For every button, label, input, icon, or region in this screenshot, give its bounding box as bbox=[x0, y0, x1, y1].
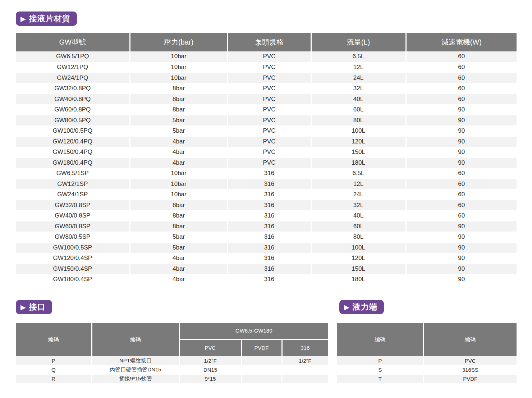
table-cell: GW32/0.8PQ bbox=[16, 83, 130, 94]
table-cell: 24L bbox=[311, 189, 406, 200]
table-cell: P bbox=[337, 356, 423, 365]
table-cell: 316 bbox=[228, 168, 311, 179]
table-row: GW12/1PQ10barPVC12L60 bbox=[16, 62, 517, 73]
table-row: GW80/0.5SP5bar31680L90 bbox=[16, 232, 517, 243]
table-cell: 80L bbox=[311, 115, 406, 126]
table-cell: GW120/0.4PQ bbox=[16, 136, 130, 147]
section-badge-wetted-material: ▶ 接液片材質 bbox=[16, 12, 77, 26]
table-cell: 60 bbox=[406, 83, 517, 94]
table-cell: 10bar bbox=[130, 179, 228, 189]
table-cell: PVC bbox=[423, 356, 517, 365]
table-row: GW100/0.5PQ5barPVC100L90 bbox=[16, 126, 517, 137]
table-cell: PVDF bbox=[423, 374, 517, 383]
table-cell: 5bar bbox=[130, 126, 228, 137]
section-badge-interface: ▶ 接口 bbox=[16, 300, 52, 314]
table-cell: 60 bbox=[406, 189, 517, 200]
table-cell: 316 bbox=[228, 179, 311, 189]
table-cell: GW180/0.4SP bbox=[16, 274, 130, 285]
table-cell: 90 bbox=[406, 264, 517, 274]
table-cell: PVC bbox=[228, 126, 311, 137]
table-cell: PVC bbox=[228, 157, 311, 168]
table-cell: 120L bbox=[311, 136, 406, 147]
table-row: GW150/0.4PQ4barPVC150L90 bbox=[16, 147, 517, 158]
column-group-header-range: GW6.5-GW180 bbox=[179, 323, 328, 339]
table-cell: 8bar bbox=[130, 221, 228, 232]
table-cell: 10bar bbox=[130, 168, 228, 179]
table-cell: 8bar bbox=[130, 83, 228, 94]
page: ▶ 接液片材質 GW型號 壓力(bar) 泵頭規格 流量(L) 減速電機(W) … bbox=[0, 0, 532, 398]
table-cell: 1/2"F bbox=[282, 356, 328, 365]
table-cell: 6.5L bbox=[311, 168, 406, 179]
table-cell: 316 bbox=[228, 264, 311, 274]
table-cell: 90 bbox=[406, 232, 517, 243]
column-header-flow: 流量(L) bbox=[311, 33, 406, 51]
section-badge-label: 接液片材質 bbox=[29, 13, 70, 24]
table-cell: 60 bbox=[406, 200, 517, 211]
table-cell: 插接9*15軟管 bbox=[92, 374, 179, 383]
table-cell: GW24/1PQ bbox=[16, 73, 130, 83]
section-badge-label: 接口 bbox=[29, 302, 46, 312]
table-row: PPVC bbox=[337, 356, 517, 365]
table-cell: GW180/0.4PQ bbox=[16, 157, 130, 168]
column-header-material: 編碼 bbox=[423, 323, 517, 356]
section-badge-hydraulic-end: ▶ 液力端 bbox=[339, 300, 384, 314]
table-cell: 316 bbox=[228, 274, 311, 285]
table-cell: 40L bbox=[311, 211, 406, 221]
table-cell: 24L bbox=[311, 73, 406, 83]
table-cell: 8bar bbox=[130, 211, 228, 221]
table-cell: 40L bbox=[311, 94, 406, 105]
table-cell: 32L bbox=[311, 200, 406, 211]
table-header-row: 編碼 編碼 GW6.5-GW180 bbox=[16, 323, 328, 339]
column-header-pressure: 壓力(bar) bbox=[130, 33, 228, 51]
table-cell: 4bar bbox=[130, 264, 228, 274]
table-cell: GW6.5/1PQ bbox=[16, 51, 130, 62]
table-cell: 150L bbox=[311, 264, 406, 274]
table-cell: PVC bbox=[228, 73, 311, 83]
table-cell: 5bar bbox=[130, 115, 228, 126]
table-cell: P bbox=[16, 356, 92, 365]
table-cell: 4bar bbox=[130, 136, 228, 147]
column-header-pvc: PVC bbox=[179, 339, 241, 356]
table-cell: NPT螺纹接口 bbox=[92, 356, 179, 365]
table-cell: 90 bbox=[406, 147, 517, 158]
table-cell: 60 bbox=[406, 168, 517, 179]
table-cell: 316 bbox=[228, 242, 311, 253]
table-cell: 316 bbox=[228, 200, 311, 211]
column-header-code: 編碼 bbox=[337, 323, 423, 356]
table-cell: 90 bbox=[406, 126, 517, 137]
table-row: GW150/0.4SP4bar316150L90 bbox=[16, 264, 517, 274]
table-cell: 90 bbox=[406, 115, 517, 126]
table-cell: 5bar bbox=[130, 232, 228, 243]
table-cell: PVC bbox=[228, 115, 311, 126]
table-cell: 316SS bbox=[423, 365, 517, 374]
table-row: GW32/0.8PQ8barPVC32L60 bbox=[16, 83, 517, 94]
table-cell: 10bar bbox=[130, 189, 228, 200]
table-cell: GW12/1SP bbox=[16, 179, 130, 189]
table-cell: GW100/0.5SP bbox=[16, 242, 130, 253]
table-cell: 180L bbox=[311, 274, 406, 285]
hydraulic-end-table-body: PPVCS316SSTPVDF bbox=[337, 356, 517, 383]
table-cell: 60 bbox=[406, 211, 517, 221]
table-cell: 150L bbox=[311, 147, 406, 158]
table-row: GW120/0.4SP4bar316120L90 bbox=[16, 253, 517, 264]
table-cell: 90 bbox=[406, 221, 517, 232]
table-cell: 1/2"F bbox=[179, 356, 241, 365]
table-cell: 60L bbox=[311, 221, 406, 232]
table-cell: 10bar bbox=[130, 51, 228, 62]
table-cell: 4bar bbox=[130, 147, 228, 158]
table-row: GW60/0.8SP8bar31660L90 bbox=[16, 221, 517, 232]
table-cell bbox=[241, 365, 282, 374]
table-cell: 120L bbox=[311, 253, 406, 264]
wetted-material-table: GW型號 壓力(bar) 泵頭規格 流量(L) 減速電機(W) GW6.5/1P… bbox=[16, 33, 517, 285]
table-row: GW180/0.4PQ4barPVC180L90 bbox=[16, 157, 517, 168]
table-cell: 90 bbox=[406, 157, 517, 168]
table-cell: 內管口硬管插管DN15 bbox=[92, 365, 179, 374]
table-cell: T bbox=[337, 374, 423, 383]
table-cell: 316 bbox=[228, 221, 311, 232]
table-cell: 60 bbox=[406, 94, 517, 105]
table-cell: 180L bbox=[311, 157, 406, 168]
table-cell: 100L bbox=[311, 242, 406, 253]
table-cell bbox=[241, 356, 282, 365]
table-cell: GW40/0.8PQ bbox=[16, 94, 130, 105]
table-cell: GW150/0.4PQ bbox=[16, 147, 130, 158]
